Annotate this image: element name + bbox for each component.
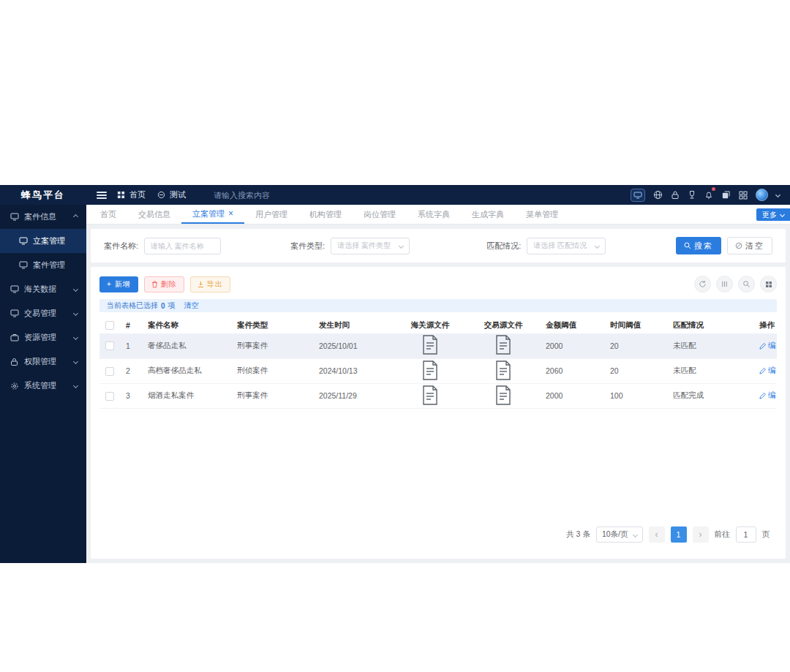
selection-clear-link[interactable]: 清空 (184, 301, 199, 311)
close-icon[interactable]: × (228, 209, 233, 218)
copy-icon[interactable] (721, 190, 731, 200)
filter-panel: 案件名称: 案件类型: 请选择 案件类型 匹配情况: 请选择 匹配情况 (91, 229, 786, 263)
nav-home-label: 首页 (129, 189, 146, 200)
table-row[interactable]: 1 奢侈品走私 刑事案件 2025/10/01 2000 20 未匹配 (99, 333, 777, 358)
sidebar-group-resource-manage[interactable]: 资源管理 (0, 325, 86, 350)
document-icon[interactable] (495, 385, 511, 405)
sidebar-group-perm-manage[interactable]: 权限管理 (0, 350, 86, 374)
export-button[interactable]: 导出 (190, 276, 230, 292)
case-type-select[interactable]: 请选择 案件类型 (331, 238, 410, 254)
column-settings-button[interactable] (716, 276, 733, 292)
row-checkbox[interactable] (105, 392, 114, 401)
lock-icon[interactable] (671, 190, 680, 200)
row-checkbox[interactable] (105, 367, 114, 376)
main-content: 首页 交易信息 立案管理 × 用户管理 机构管理 岗位管理 系统字典 生成字典 … (86, 205, 790, 563)
cell-match: 匹配完成 (667, 383, 753, 408)
bell-icon[interactable] (704, 190, 713, 200)
magnifier-icon (742, 280, 750, 288)
tab-system-dict[interactable]: 系统字典 (407, 205, 461, 224)
zoom-button[interactable] (738, 276, 755, 292)
tab-menu-manage[interactable]: 菜单管理 (515, 205, 569, 224)
delete-button[interactable]: 删除 (144, 276, 184, 292)
cell-amount: 2000 (540, 383, 604, 408)
screen-toggle-button[interactable] (631, 189, 645, 202)
add-button[interactable]: + 新增 (99, 276, 138, 292)
sidebar-label: 交易管理 (24, 308, 69, 319)
chevron-down-icon[interactable] (775, 192, 780, 197)
sidebar-group-customs-data[interactable]: 海关数据 (0, 277, 86, 301)
page-number-button[interactable]: 1 (671, 526, 687, 543)
cell-index: 1 (120, 333, 142, 358)
monitor-icon (10, 309, 19, 317)
tab-trade-info[interactable]: 交易信息 (127, 205, 181, 224)
avatar[interactable] (756, 189, 768, 201)
app-window: 蜂鸟平台 首页 测试 (0, 185, 790, 563)
document-icon[interactable] (495, 335, 511, 355)
document-icon[interactable] (422, 385, 438, 405)
cell-match: 未匹配 (667, 333, 753, 358)
nav-home[interactable]: 首页 (117, 189, 146, 200)
col-trade-file: 交易源文件 (467, 317, 540, 333)
global-search-input[interactable] (214, 191, 309, 200)
prev-page-button[interactable]: ‹ (649, 526, 665, 543)
cell-name: 烟酒走私案件 (142, 383, 231, 408)
page-size-select[interactable]: 10条/页 (596, 526, 643, 543)
trophy-icon[interactable] (688, 190, 696, 200)
document-icon[interactable] (422, 335, 438, 355)
pencil-icon (759, 343, 766, 350)
nav-test[interactable]: 测试 (157, 189, 186, 200)
row-checkbox[interactable] (105, 341, 114, 350)
sidebar-group-system-manage[interactable]: 系统管理 (0, 374, 86, 398)
page: 蜂鸟平台 首页 测试 (0, 0, 790, 672)
goto-suffix: 页 (762, 529, 770, 540)
apps-grid-icon[interactable] (739, 191, 748, 200)
tab-post-manage[interactable]: 岗位管理 (353, 205, 407, 224)
next-page-button[interactable]: › (693, 526, 709, 543)
menu-toggle-icon[interactable] (97, 190, 107, 200)
topbar-actions (631, 189, 790, 202)
cell-index: 2 (120, 358, 142, 383)
search-button[interactable]: 搜索 (676, 237, 721, 254)
case-name-input[interactable] (144, 238, 221, 254)
sidebar-label: 系统管理 (24, 380, 69, 391)
selection-count: 0 (161, 302, 165, 310)
clear-button[interactable]: 清空 (727, 237, 772, 254)
shield-lock-icon (10, 358, 19, 366)
match-status-select[interactable]: 请选择 匹配情况 (527, 238, 606, 254)
sidebar-item-case-filing[interactable]: 立案管理 (0, 229, 86, 253)
edit-link[interactable]: 编辑 (759, 341, 777, 351)
select-all-checkbox[interactable] (105, 321, 114, 330)
document-icon[interactable] (422, 360, 438, 380)
col-index: # (120, 317, 142, 333)
table-settings-button[interactable] (760, 276, 777, 292)
goto-label: 前往 (715, 529, 730, 540)
table-row[interactable]: 2 高档奢侈品走私 刑侦案件 2024/10/13 2060 20 未匹配 (99, 358, 777, 383)
tab-org-manage[interactable]: 机构管理 (298, 205, 353, 224)
edit-link[interactable]: 编辑 (759, 366, 777, 376)
col-customs-file: 海关源文件 (394, 317, 467, 333)
goto-page-input[interactable] (736, 526, 756, 543)
sidebar-item-case-manage[interactable]: 案件管理 (0, 253, 86, 277)
cell-amount: 2060 (540, 358, 604, 383)
refresh-button[interactable] (694, 276, 711, 292)
gear-icon (10, 382, 19, 390)
tab-user-manage[interactable]: 用户管理 (244, 205, 298, 224)
table-row[interactable]: 3 烟酒走私案件 刑事案件 2025/11/29 2000 100 匹配完成 (99, 383, 777, 408)
tab-home[interactable]: 首页 (89, 205, 127, 224)
tabs-more-button[interactable]: 更多 (756, 208, 790, 221)
cell-date: 2025/10/01 (313, 333, 394, 358)
sidebar-label: 案件管理 (33, 260, 79, 271)
tab-gen-dict[interactable]: 生成字典 (461, 205, 515, 224)
sidebar-group-trade-manage[interactable]: 交易管理 (0, 301, 86, 325)
sidebar-group-case-info[interactable]: 案件信息 (0, 205, 86, 229)
cell-amount: 2000 (540, 333, 604, 358)
edit-link[interactable]: 编辑 (759, 390, 777, 401)
chevron-down-icon (73, 335, 78, 340)
chevron-down-icon (632, 532, 637, 537)
globe-icon[interactable] (653, 190, 663, 200)
cell-date: 2024/10/13 (313, 358, 394, 383)
document-icon[interactable] (495, 360, 511, 380)
columns-icon (721, 280, 729, 288)
sidebar-label: 权限管理 (24, 356, 69, 367)
tab-case-filing[interactable]: 立案管理 × (181, 205, 244, 224)
